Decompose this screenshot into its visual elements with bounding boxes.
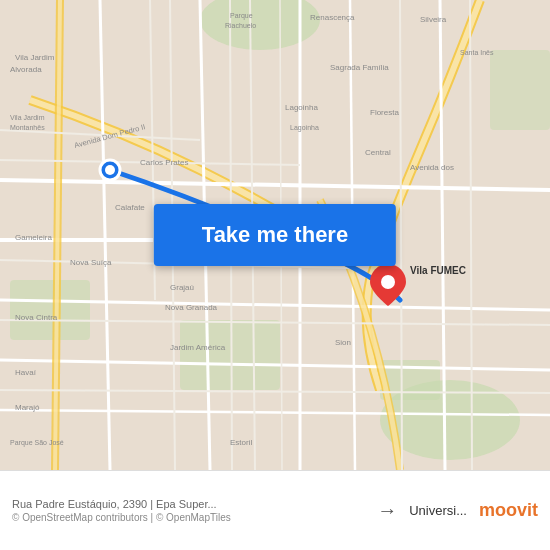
svg-text:Silveira: Silveira — [420, 15, 447, 24]
svg-text:Lagoinha: Lagoinha — [290, 124, 319, 132]
svg-text:Montanhês: Montanhês — [10, 124, 45, 131]
svg-text:Santa Inês: Santa Inês — [460, 49, 494, 56]
destination-label: Universi... — [409, 503, 467, 518]
svg-text:Vila Jardim: Vila Jardim — [15, 53, 55, 62]
bottom-left-section: Rua Padre Eustáquio, 2390 | Epa Super...… — [12, 498, 365, 523]
svg-text:Nova Granada: Nova Granada — [165, 303, 218, 312]
arrow-icon: → — [377, 499, 397, 522]
svg-text:Estoril: Estoril — [230, 438, 252, 447]
svg-rect-3 — [180, 320, 280, 390]
take-me-there-button[interactable]: Take me there — [154, 204, 396, 266]
svg-text:Marajó: Marajó — [15, 403, 40, 412]
svg-text:Jardim América: Jardim América — [170, 343, 226, 352]
svg-rect-2 — [10, 280, 90, 340]
svg-text:Parque São José: Parque São José — [10, 439, 64, 447]
moovit-logo: moovit — [479, 500, 538, 521]
svg-text:Lagoinha: Lagoinha — [285, 103, 318, 112]
svg-text:Grajaú: Grajaú — [170, 283, 194, 292]
bottom-bar: Rua Padre Eustáquio, 2390 | Epa Super...… — [0, 470, 550, 550]
svg-text:Nova Cintra: Nova Cintra — [15, 313, 58, 322]
svg-text:Vila FUMEC: Vila FUMEC — [410, 265, 466, 276]
svg-text:Avenida dos: Avenida dos — [410, 163, 454, 172]
app-container: Vila FUMEC Vila Jardim Alvorada Vila Jar… — [0, 0, 550, 550]
svg-text:Parque: Parque — [230, 12, 253, 20]
source-address: Rua Padre Eustáquio, 2390 | Epa Super... — [12, 498, 365, 510]
svg-text:Renascença: Renascença — [310, 13, 355, 22]
svg-text:Sion: Sion — [335, 338, 351, 347]
copyright-text: © OpenStreetMap contributors | © OpenMap… — [12, 512, 365, 523]
svg-text:Riachuelo: Riachuelo — [225, 22, 256, 29]
svg-text:Carlos Prates: Carlos Prates — [140, 158, 188, 167]
svg-text:Floresta: Floresta — [370, 108, 399, 117]
svg-text:Sagrada Família: Sagrada Família — [330, 63, 389, 72]
moovit-brand-text: moovit — [479, 500, 538, 521]
svg-rect-6 — [490, 50, 550, 130]
svg-text:Calafate: Calafate — [115, 203, 145, 212]
svg-text:Nova Suíça: Nova Suíça — [70, 258, 112, 267]
svg-text:Vila Jardim: Vila Jardim — [10, 114, 45, 121]
map-area: Vila FUMEC Vila Jardim Alvorada Vila Jar… — [0, 0, 550, 470]
svg-point-8 — [105, 165, 115, 175]
svg-text:Havaí: Havaí — [15, 368, 37, 377]
svg-text:Alvorada: Alvorada — [10, 65, 42, 74]
svg-text:Gameleira: Gameleira — [15, 233, 52, 242]
svg-point-9 — [381, 275, 395, 289]
svg-text:Central: Central — [365, 148, 391, 157]
